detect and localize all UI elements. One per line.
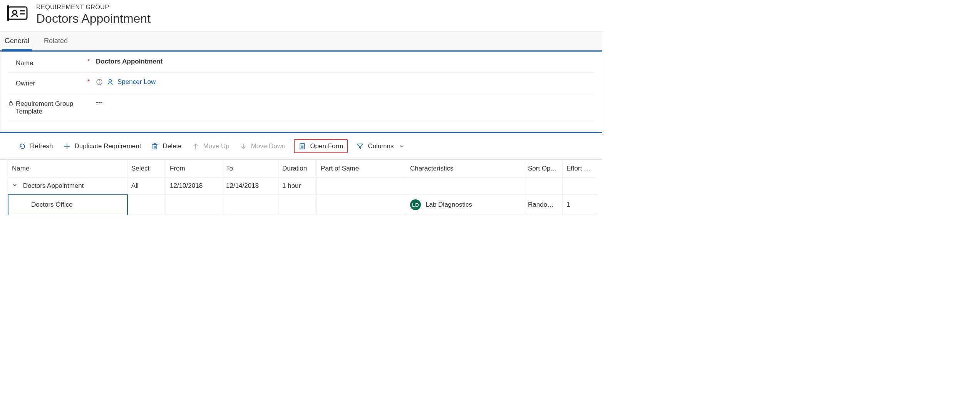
svg-point-8 [109,80,111,82]
col-header-to[interactable]: To [222,160,278,177]
cell-sort-option[interactable]: Randomize [524,195,563,215]
cell-characteristics[interactable]: LD Lab Diagnostics [406,195,524,215]
field-row-name: Name * Doctors Appointment [8,52,594,73]
chevron-down-icon [399,144,404,149]
open-form-button[interactable]: Open Form [294,139,348,153]
cell-from[interactable] [166,195,222,215]
avatar: LD [410,199,421,210]
page-header: REQUIREMENT GROUP Doctors Appointment [0,0,980,31]
subgrid-panel: Refresh Duplicate Requirement Delete Mov… [0,132,602,215]
cell-duration[interactable]: 1 hour [278,177,317,195]
field-row-template: Requirement Group Template * --- [8,93,594,121]
cell-sort-option[interactable] [524,177,563,195]
svg-rect-0 [8,7,27,19]
col-header-name[interactable]: Name [8,160,127,177]
cell-duration[interactable] [278,195,317,215]
cell-part-of-same[interactable] [317,195,406,215]
delete-button[interactable]: Delete [149,141,183,152]
page-title: Doctors Appointment [36,12,151,26]
entity-type-label: REQUIREMENT GROUP [36,4,151,11]
move-up-button: Move Up [190,141,231,152]
cell-name: Doctors Office [31,201,72,208]
svg-rect-9 [9,103,12,105]
col-header-duration[interactable]: Duration [278,160,317,177]
field-label-name: Name [16,59,33,67]
columns-button[interactable]: Columns [355,141,406,152]
filter-icon [356,142,364,150]
cell-part-of-same[interactable] [317,177,406,195]
columns-label: Columns [368,142,394,150]
move-down-button: Move Down [238,141,287,152]
characteristics-text: Lab Diagnostics [426,201,472,209]
cell-effort-required[interactable] [563,177,597,195]
refresh-icon [18,142,26,150]
field-label-owner: Owner [16,80,35,87]
svg-point-2 [13,10,17,14]
plus-icon [63,142,71,150]
col-header-from[interactable]: From [166,160,222,177]
tab-bar: General Related [0,31,602,50]
duplicate-label: Duplicate Requirement [75,142,141,150]
duplicate-button[interactable]: Duplicate Requirement [62,141,143,152]
form-panel: Name * Doctors Appointment Owner * S [0,50,602,132]
grid-toolbar: Refresh Duplicate Requirement Delete Mov… [0,133,602,159]
col-header-sort-option[interactable]: Sort Option [524,160,563,177]
col-header-select[interactable]: Select [127,160,166,177]
form-icon [298,142,306,150]
move-up-label: Move Up [203,142,230,150]
refresh-button[interactable]: Refresh [17,141,55,152]
move-down-label: Move Down [251,142,286,150]
arrow-up-icon [192,142,199,150]
lock-icon [8,100,13,108]
grid-row-child[interactable]: Doctors Office LD Lab Diagnostics Random… [8,195,597,215]
refresh-label: Refresh [30,142,53,150]
svg-rect-1 [7,5,9,21]
cell-characteristics[interactable] [406,177,524,195]
cell-effort-required[interactable]: 1 [563,195,597,215]
cell-from[interactable]: 12/10/2018 [166,177,222,195]
field-value-template: --- [96,99,102,106]
cell-select[interactable] [127,195,166,215]
cell-name: Doctors Appointment [23,182,84,189]
col-header-effort-required[interactable]: Effort Require [563,160,597,177]
field-value-name[interactable]: Doctors Appointment [96,58,162,65]
tab-general[interactable]: General [2,32,32,50]
cell-select[interactable]: All [127,177,166,195]
col-header-part-of-same[interactable]: Part of Same [317,160,406,177]
grid-row-parent[interactable]: Doctors Appointment All 12/10/2018 12/14… [8,177,597,195]
chevron-down-icon[interactable] [12,182,17,188]
col-header-characteristics[interactable]: Characteristics [406,160,524,177]
delete-label: Delete [162,142,181,150]
svg-point-7 [99,80,100,81]
grid-header-row: Name Select From To Duration Part of Sam… [8,160,597,177]
requirements-grid: Name Select From To Duration Part of Sam… [0,159,602,215]
entity-icon [7,4,28,22]
required-star-icon: * [87,79,92,85]
required-star-icon: * [87,58,92,65]
owner-link[interactable]: Spencer Low [117,78,156,86]
cell-to[interactable]: 12/14/2018 [222,177,278,195]
cell-to[interactable] [222,195,278,215]
field-label-template: Requirement Group Template [16,100,85,115]
info-icon[interactable] [96,79,103,85]
arrow-down-icon [240,142,247,150]
field-row-owner: Owner * Spencer Low [8,73,594,93]
tab-related[interactable]: Related [42,32,70,50]
person-icon [107,79,114,85]
trash-icon [151,142,159,150]
open-form-label: Open Form [310,142,343,150]
